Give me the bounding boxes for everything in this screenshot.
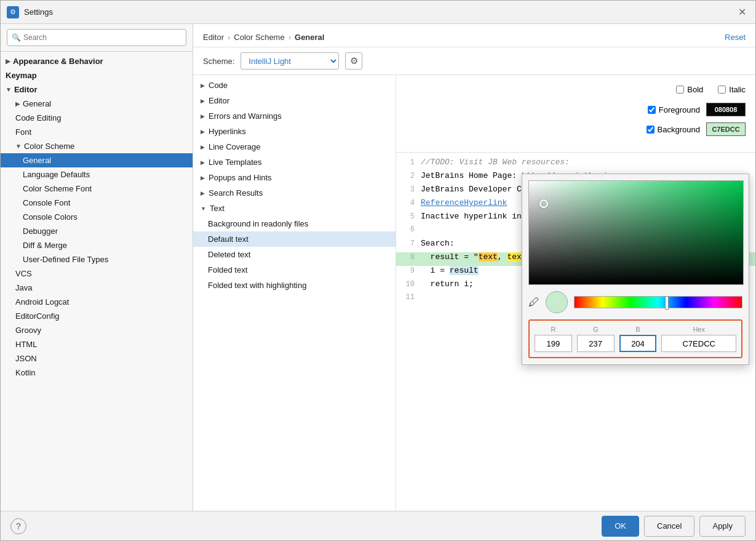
hue-thumb [665,296,669,310]
foreground-checkbox-label[interactable]: Foreground [648,105,700,114]
tree-item-folded-highlight[interactable]: Folded text with highlighting [193,278,396,293]
foreground-swatch[interactable]: 080808 [706,103,746,116]
tree-item-default-text[interactable]: Default text [193,231,396,247]
tree-item-label: Folded text with highlighting [208,281,306,290]
tree-item-live-templates[interactable]: ▶ Live Templates [193,154,396,170]
tree-item-editor[interactable]: ▶ Editor [193,93,396,108]
sidebar-item-label: Java [15,283,32,292]
sidebar-item-label: Kotlin [15,368,36,377]
g-input[interactable] [577,335,615,352]
tri-icon: ▶ [201,159,205,166]
tree-item-hyperlinks[interactable]: ▶ Hyperlinks [193,124,396,139]
title-bar: ⚙ Settings ✕ [1,1,755,24]
nav-list: ▶ Appearance & Behavior Keymap ▼ Editor … [1,52,193,511]
tree-item-line-coverage[interactable]: ▶ Line Coverage [193,139,396,154]
sidebar-item-label: EditorConfig [15,311,60,321]
italic-checkbox-label[interactable]: Italic [718,85,746,94]
eyedropper-icon[interactable]: 🖊 [528,296,539,309]
sidebar-item-font[interactable]: Font [1,125,193,139]
g-label: G [593,326,599,333]
color-gradient-canvas[interactable] [528,180,744,285]
sidebar-item-label: General [23,156,51,165]
sidebar-item-label: Color Scheme Font [23,184,92,193]
highlight-text: text [479,252,498,262]
g-field: G [577,326,615,352]
scheme-gear-button[interactable]: ⚙ [345,52,362,70]
scheme-select[interactable]: IntelliJ Light [241,52,339,70]
sidebar-item-console-font[interactable]: Console Font [1,196,193,210]
sidebar-item-editorconfig[interactable]: EditorConfig [1,309,193,323]
r-field: R [535,326,572,352]
line-num: 1 [396,158,421,167]
background-swatch[interactable]: C7EDCC [706,122,746,136]
sidebar-item-editor[interactable]: ▼ Editor [1,82,193,97]
sidebar-item-kotlin[interactable]: Kotlin [1,366,193,380]
r-input[interactable] [535,335,572,352]
bottom-bar: ? OK Cancel Apply [1,511,755,540]
apply-button[interactable]: Apply [699,516,746,537]
tree-item-text[interactable]: ▼ Text [193,201,396,216]
sidebar-item-general-sub[interactable]: General [1,153,193,167]
color-picker-popup: 🖊 R [522,174,749,365]
tree-item-search-results[interactable]: ▶ Search Results [193,185,396,201]
close-button[interactable]: ✕ [734,5,749,20]
gradient-inner [529,181,743,284]
tree-item-label: Deleted text [208,250,250,259]
line-num: 7 [396,239,421,248]
foreground-checkbox[interactable] [648,106,656,114]
search-icon: 🔍 [12,33,21,42]
tree-item-code[interactable]: ▶ Code [193,78,396,93]
tree-item-folded-text[interactable]: Folded text [193,262,396,278]
bold-checkbox-label[interactable]: Bold [676,85,703,94]
hue-bar[interactable] [574,296,742,308]
sidebar-item-android-logcat[interactable]: Android Logcat [1,295,193,309]
help-button[interactable]: ? [10,518,26,534]
tree-item-deleted-text[interactable]: Deleted text [193,247,396,262]
sidebar-item-label: Console Colors [23,212,78,222]
sidebar-item-label: Console Font [23,198,70,207]
sidebar-item-groovy[interactable]: Groovy [1,323,193,337]
italic-checkbox[interactable] [718,86,726,94]
sidebar-item-user-defined[interactable]: User-Defined File Types [1,252,193,266]
sidebar-item-code-editing[interactable]: Code Editing [1,111,193,125]
search-input[interactable] [7,29,186,46]
cancel-button[interactable]: Cancel [644,516,694,537]
hex-field: Hex [661,326,736,352]
r-label: R [551,326,555,333]
link: ReferenceHyperlink [421,198,507,207]
sidebar-item-color-scheme-font[interactable]: Color Scheme Font [1,182,193,196]
picker-circle[interactable] [539,199,548,208]
sidebar-item-keymap[interactable]: Keymap [1,68,193,82]
sidebar-item-html[interactable]: HTML [1,337,193,351]
code-line-1: 1 //TODO: Visit JB Web resources: [396,158,755,171]
sidebar-item-color-scheme[interactable]: ▼ Color Scheme [1,139,193,153]
background-checkbox[interactable] [647,126,655,134]
result-var: result [450,266,479,275]
sidebar-item-general[interactable]: ▶ General [1,97,193,111]
line-num: 5 [396,212,421,221]
tree-item-label: Background in readonly files [208,219,308,228]
ok-button[interactable]: OK [602,516,639,537]
sidebar-item-java[interactable]: Java [1,281,193,295]
b-input[interactable] [619,335,657,352]
bold-checkbox[interactable] [676,86,684,94]
tri-icon: ▶ [201,82,205,89]
sidebar-item-language-defaults[interactable]: Language Defaults [1,167,193,182]
app-icon: ⚙ [7,6,19,18]
tree-item-bg-readonly[interactable]: Background in readonly files [193,216,396,231]
reset-button[interactable]: Reset [725,33,746,42]
breadcrumb-editor: Editor [203,33,224,42]
sidebar-item-label: Color Scheme [24,142,74,151]
sidebar-item-debugger[interactable]: Debugger [1,224,193,238]
scheme-row: Scheme: IntelliJ Light ⚙ [193,47,755,75]
sidebar-item-diff-merge[interactable]: Diff & Merge [1,238,193,252]
sidebar-item-vcs[interactable]: VCS [1,266,193,281]
sidebar-item-appearance[interactable]: ▶ Appearance & Behavior [1,54,193,68]
hex-input[interactable] [661,335,736,352]
background-checkbox-label[interactable]: Background [647,125,700,134]
sidebar-item-console-colors[interactable]: Console Colors [1,210,193,224]
tree-item-popups[interactable]: ▶ Popups and Hints [193,170,396,185]
tree-item-errors[interactable]: ▶ Errors and Warnings [193,108,396,124]
sidebar-item-json[interactable]: JSON [1,351,193,366]
line-num: 3 [396,185,421,194]
